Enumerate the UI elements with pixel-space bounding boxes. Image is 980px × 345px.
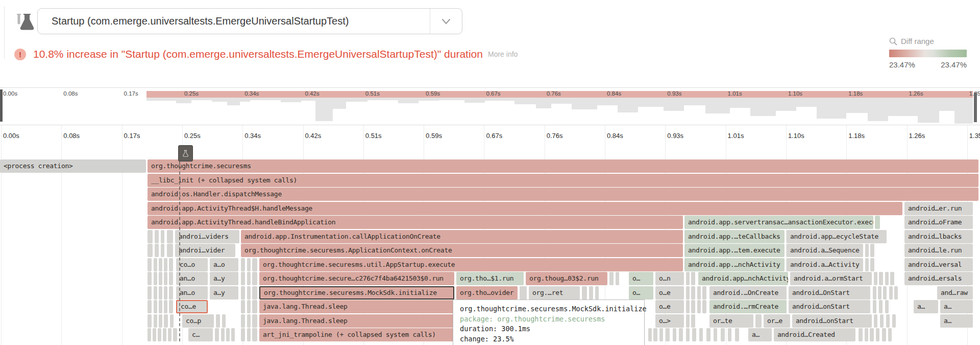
flame-block-sliver[interactable] — [589, 286, 593, 300]
flame-block[interactable]: android.…OnCreate — [709, 286, 787, 300]
flame-block[interactable]: android.app…nchActivity — [698, 272, 788, 285]
flame-block-sliver[interactable] — [697, 286, 701, 300]
flame-block[interactable]: android…onStart — [789, 300, 870, 313]
flame-block[interactable]: android.a…ormStart — [790, 272, 872, 285]
flame-block-sliver[interactable] — [890, 272, 894, 285]
flame-block[interactable]: android.app.…nchActivity — [684, 258, 785, 271]
flame-block-sliver[interactable] — [648, 328, 652, 341]
flame-block[interactable]: art_jni_trampoline (+ collapsed system c… — [259, 328, 454, 341]
flame-block-sliver[interactable] — [154, 258, 157, 271]
flame-block-sliver[interactable] — [148, 230, 153, 243]
flame-block-sliver[interactable] — [874, 314, 877, 328]
flame-block-sliver[interactable] — [883, 286, 887, 300]
flame-block[interactable]: org.thoughtcrime.securesms.MockSdk.initi… — [259, 286, 454, 300]
flame-block-sliver[interactable] — [679, 328, 683, 341]
flame-block-sliver[interactable] — [886, 314, 890, 328]
flame-block[interactable]: android.a…Sequence — [787, 244, 863, 257]
flame-block[interactable]: android.app.servertransac…ansactionExecu… — [684, 216, 873, 229]
flame-block[interactable]: org.thoughtcrime.securesms — [148, 159, 978, 173]
flame-block-sliver[interactable] — [148, 300, 152, 313]
flame-block[interactable]: android.app.ActivityThread$H.handleMessa… — [148, 202, 902, 215]
flame-block-sliver[interactable] — [247, 258, 251, 271]
flame-block[interactable]: android.app.…tem.execute — [684, 244, 785, 257]
flame-block-sliver[interactable] — [653, 328, 657, 341]
flame-block-sliver[interactable] — [148, 258, 152, 271]
flame-block-sliver[interactable] — [148, 328, 151, 341]
flame-block[interactable]: org.thoughtcrime.securesms.ApplicationCo… — [241, 244, 683, 257]
flame-block-sliver[interactable] — [699, 328, 703, 341]
flame-block[interactable]: android…lbacks — [904, 230, 973, 243]
flame-block[interactable]: a… — [940, 300, 973, 313]
flame-block[interactable]: android.app.Instrumentation.callApplicat… — [241, 230, 683, 243]
flame-block-sliver[interactable] — [247, 272, 251, 285]
flame-block-sliver[interactable] — [686, 328, 690, 341]
flame-block-sliver[interactable] — [691, 314, 695, 328]
flame-block-sliver[interactable] — [169, 272, 173, 285]
flame-block-sliver[interactable] — [169, 300, 173, 313]
flame-block-sliver[interactable] — [673, 328, 676, 341]
flame-block-sliver[interactable] — [755, 314, 762, 328]
flame-block-sliver[interactable] — [164, 286, 167, 300]
flame-block-sliver[interactable] — [241, 272, 245, 285]
flame-block-sliver[interactable] — [163, 328, 166, 341]
more-info-link[interactable]: More info — [488, 50, 518, 58]
flame-block[interactable]: android.a…Activity — [787, 258, 863, 271]
flame-block-sliver[interactable] — [728, 328, 731, 341]
flame-block-sliver[interactable] — [889, 286, 893, 300]
flame-block[interactable]: or…e — [764, 314, 790, 328]
flame-block-sliver[interactable] — [686, 272, 690, 285]
flame-block-sliver[interactable] — [164, 272, 167, 285]
flame-block[interactable]: an…o — [176, 272, 208, 285]
flame-block-sliver[interactable] — [880, 314, 884, 328]
flame-block[interactable]: o… — [629, 286, 653, 300]
flame-block-sliver[interactable] — [161, 230, 164, 243]
flame-block-sliver[interactable] — [874, 272, 877, 285]
flame-block-sliver[interactable] — [875, 216, 880, 229]
flame-block[interactable]: android.app.…teCallbacks — [684, 230, 785, 243]
flame-block-sliver[interactable] — [167, 230, 173, 243]
flame-block-sliver[interactable] — [873, 300, 876, 313]
flame-block[interactable]: android.os.Handler.dispatchMessage — [148, 188, 978, 201]
flame-block-sliver[interactable] — [241, 258, 245, 271]
flame-block-sliver[interactable] — [252, 272, 257, 285]
flame-block-sliver[interactable] — [148, 272, 152, 285]
flame-block-sliver[interactable] — [173, 328, 177, 341]
flame-block-sliver[interactable] — [582, 286, 587, 300]
flame-block[interactable]: and…raw — [937, 286, 973, 300]
flame-block-sliver[interactable] — [158, 328, 161, 341]
flame-block-sliver[interactable] — [154, 272, 157, 285]
flame-block-sliver[interactable] — [702, 300, 706, 313]
flame-block-sliver[interactable] — [247, 328, 251, 341]
flame-block-sliver[interactable] — [215, 328, 219, 341]
flame-block-sliver[interactable] — [721, 328, 725, 341]
flame-block[interactable]: android…ersals — [904, 272, 973, 285]
flame-block-sliver[interactable] — [247, 314, 251, 328]
flame-block-sliver[interactable] — [252, 258, 257, 271]
flame-block-sliver[interactable] — [221, 328, 225, 341]
flame-block-sliver[interactable] — [691, 300, 695, 313]
flame-block-sliver[interactable] — [247, 300, 251, 313]
flame-block[interactable]: android…onStart — [792, 314, 872, 328]
flame-block-sliver[interactable] — [882, 328, 886, 341]
flame-block[interactable]: org.tho…$1.run — [456, 272, 524, 285]
flame-block-sliver[interactable] — [888, 328, 892, 341]
flame-block-sliver[interactable] — [702, 286, 706, 300]
flame-block[interactable]: org.thoughtcrime.secure…c276c7f4ba642150… — [259, 272, 454, 285]
flame-block-sliver[interactable] — [241, 314, 245, 328]
flame-block-sliver[interactable] — [873, 286, 876, 300]
flame-block[interactable]: co…e — [176, 300, 208, 313]
flame-block-sliver[interactable] — [885, 300, 889, 313]
flame-block-sliver[interactable] — [164, 300, 167, 313]
flame-block[interactable]: o…e — [655, 286, 684, 300]
flame-block-sliver[interactable] — [222, 314, 226, 328]
flame-block-sliver[interactable] — [148, 244, 153, 257]
flame-block-sliver[interactable] — [520, 286, 527, 300]
flame-block[interactable]: an…o — [176, 286, 208, 300]
flame-block-sliver[interactable] — [686, 286, 690, 300]
minimap-range-handle-left[interactable] — [0, 89, 3, 122]
flame-block[interactable]: __libc_init (+ collapsed system calls) — [148, 174, 978, 187]
flame-block[interactable]: c… — [188, 328, 213, 341]
flame-block[interactable]: a…o — [210, 258, 238, 271]
flame-block[interactable]: androi…viders — [175, 230, 239, 243]
flame-block-sliver[interactable] — [148, 314, 152, 328]
